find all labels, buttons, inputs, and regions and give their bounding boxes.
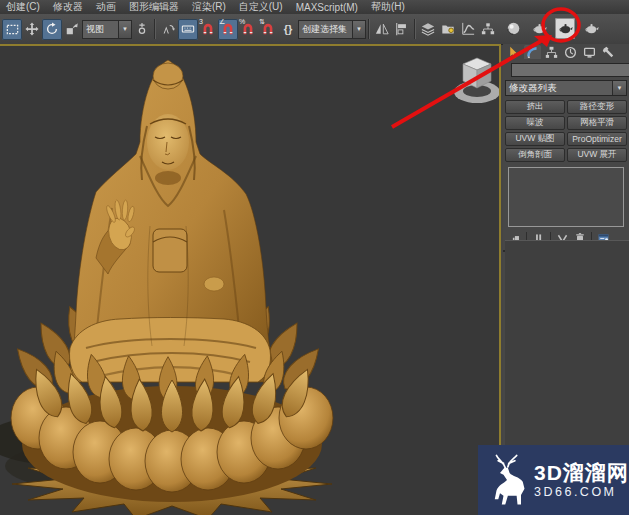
menu-modifiers[interactable]: 修改器 — [53, 0, 83, 14]
select-rotate-button[interactable] — [42, 19, 62, 40]
snap-3d-label: 3 — [199, 18, 203, 26]
modifier-button-pathdeform[interactable]: 路径变形 — [567, 100, 627, 114]
watermark-site-url: 3D66.COM — [534, 486, 629, 499]
use-pivot-center-button[interactable] — [132, 19, 152, 40]
select-object-button[interactable] — [2, 19, 22, 40]
menu-bar: 创建(C) 修改器 动画 图形编辑器 渲染(R) 自定义(U) MAXScrip… — [0, 0, 629, 14]
render-setup-button[interactable] — [529, 18, 549, 39]
modifier-button-extrude[interactable]: 挤出 — [505, 100, 565, 114]
modifier-button-uvwmap[interactable]: UVW 贴图 — [505, 132, 565, 146]
rendered-frame-window-button[interactable] — [555, 18, 575, 39]
named-selection-set-dropdown[interactable]: 创建选择集 ▼ — [298, 20, 366, 39]
render-toolbar-group — [503, 18, 601, 39]
keyboard-override-button[interactable] — [178, 19, 198, 40]
main-toolbar: 视图 ▼ 3 ∠ % ⇅ {} 创建选择集 ▼ — [0, 14, 629, 45]
reference-coordinate-value: 视图 — [83, 23, 118, 36]
angle-snap-button[interactable]: ∠ — [218, 19, 238, 40]
object-name-field[interactable] — [511, 63, 629, 77]
3dsmax-window: 创建(C) 修改器 动画 图形编辑器 渲染(R) 自定义(U) MAXScrip… — [0, 0, 629, 515]
modifier-button-noise[interactable]: 噪波 — [505, 116, 565, 130]
watermark-banner: 3D溜溜网 3D66.COM — [478, 445, 629, 515]
chest-pendant — [153, 229, 187, 272]
chevron-down-icon: ▼ — [352, 21, 365, 38]
buddha-face — [147, 114, 189, 170]
edit-named-selection-button[interactable]: {} — [278, 19, 298, 40]
chevron-down-icon: ▼ — [612, 81, 626, 95]
resting-hand — [204, 277, 224, 291]
curve-editor-button[interactable] — [458, 19, 478, 40]
graphite-modeling-button[interactable] — [438, 19, 458, 40]
modifier-button-unwrapuvw[interactable]: UVW 展开 — [567, 148, 627, 162]
watermark-site-name: 3D溜溜网 — [534, 462, 629, 483]
menu-help[interactable]: 帮助(H) — [371, 0, 405, 14]
align-button[interactable] — [392, 19, 412, 40]
modifier-list-dropdown[interactable]: 修改器列表 ▼ — [505, 80, 627, 96]
menu-graph-editors[interactable]: 图形编辑器 — [129, 0, 179, 14]
render-production-button[interactable] — [581, 18, 601, 39]
modifier-button-grid: 挤出 路径变形 噪波 网格平滑 UVW 贴图 ProOptimizer 倒角剖面… — [505, 100, 627, 162]
menu-rendering[interactable]: 渲染(R) — [192, 0, 226, 14]
select-scale-button[interactable] — [62, 19, 82, 40]
select-move-button[interactable] — [22, 19, 42, 40]
viewcube-widget[interactable] — [454, 58, 499, 103]
manage-layers-button[interactable] — [418, 19, 438, 40]
command-panel-tabs — [503, 44, 629, 60]
braces-icon: {} — [284, 23, 293, 35]
tab-motion[interactable] — [562, 45, 579, 59]
percent-snap-label: % — [239, 18, 245, 26]
buddha-figure — [66, 60, 278, 382]
tab-display[interactable] — [581, 45, 598, 59]
tab-hierarchy[interactable] — [543, 45, 560, 59]
modifier-stack-list[interactable] — [508, 167, 624, 227]
modifier-button-meshsmooth[interactable]: 网格平滑 — [567, 116, 627, 130]
chevron-down-icon: ▼ — [118, 21, 131, 38]
mirror-button[interactable] — [372, 19, 392, 40]
menu-animation[interactable]: 动画 — [96, 0, 116, 14]
reference-coordinate-dropdown[interactable]: 视图 ▼ — [82, 20, 132, 39]
menu-customize[interactable]: 自定义(U) — [239, 0, 283, 14]
toolbar-separator — [414, 19, 416, 39]
percent-snap-button[interactable]: % — [238, 19, 258, 40]
tab-modify[interactable] — [524, 45, 541, 59]
modifier-button-prooptimizer[interactable]: ProOptimizer — [567, 132, 627, 146]
angle-snap-label: ∠ — [219, 18, 225, 26]
menu-maxscript[interactable]: MAXScript(M) — [296, 2, 358, 13]
named-selection-set-value: 创建选择集 — [299, 23, 352, 36]
modifier-button-bevelprofile[interactable]: 倒角剖面 — [505, 148, 565, 162]
snap-toggle-3d-button[interactable]: 3 — [198, 19, 218, 40]
tab-utilities[interactable] — [600, 45, 617, 59]
perspective-viewport[interactable] — [0, 44, 501, 515]
menu-create[interactable]: 创建(C) — [6, 0, 40, 14]
toolbar-separator — [154, 19, 156, 39]
material-editor-button[interactable] — [503, 18, 523, 39]
deer-logo-icon — [486, 453, 528, 507]
tab-create[interactable] — [505, 45, 522, 59]
buddha-statue-model — [0, 60, 333, 515]
spinner-snap-label: ⇅ — [259, 18, 265, 26]
modifier-list-label: 修改器列表 — [506, 82, 612, 95]
select-manipulate-button[interactable] — [158, 19, 178, 40]
viewport-canvas — [0, 46, 499, 515]
schematic-view-button[interactable] — [478, 19, 498, 40]
spinner-snap-button[interactable]: ⇅ — [258, 19, 278, 40]
toolbar-separator — [368, 19, 370, 39]
